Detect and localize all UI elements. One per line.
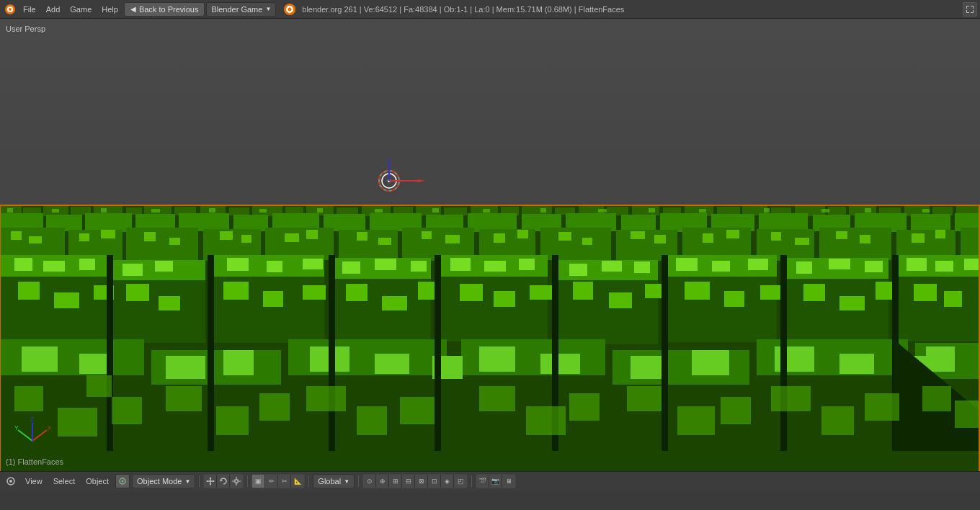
svg-rect-81 (699, 209, 706, 212)
axis-indicator: X Y Z (14, 416, 50, 453)
svg-rect-257 (955, 401, 980, 428)
svg-point-2 (9, 8, 12, 11)
pivot-dropdown[interactable]: Global ▼ (313, 474, 355, 488)
svg-rect-171 (935, 261, 953, 272)
svg-rect-161 (569, 264, 587, 276)
svg-rect-128 (935, 230, 945, 238)
rotate-icon[interactable] (217, 475, 230, 488)
3d-viewport[interactable]: User Persp X Y Z (0, 19, 980, 491)
status-bar-text: blender.org 261 | Ve:64512 | Fa:48384 | … (298, 5, 961, 14)
svg-rect-220 (479, 346, 515, 372)
svg-rect-126 (860, 235, 870, 243)
render-icon[interactable]: 🎬 (476, 475, 489, 488)
svg-rect-225 (839, 354, 874, 374)
terrain-ground (0, 206, 980, 491)
edge-icon[interactable]: ⊡ (428, 475, 441, 488)
svg-rect-84 (865, 208, 871, 212)
svg-rect-222 (631, 356, 663, 379)
svg-rect-83 (821, 209, 829, 212)
fullscreen-button[interactable] (963, 2, 977, 17)
knife-icon[interactable]: ✂ (278, 475, 291, 488)
svg-rect-164 (676, 258, 698, 271)
display-icon[interactable]: 🖥 (502, 475, 515, 488)
shrink-icon[interactable]: ⊠ (415, 475, 428, 488)
svg-rect-34 (632, 206, 659, 215)
mode-icon (115, 474, 130, 488)
separator (199, 475, 200, 487)
svg-rect-173 (18, 282, 40, 300)
object-menu[interactable]: Object (81, 475, 113, 487)
measure-icon[interactable]: 📐 (291, 475, 304, 488)
menu-help[interactable]: Help (97, 4, 122, 15)
brush-icon[interactable]: ✏ (265, 475, 278, 488)
svg-text:Z: Z (30, 416, 35, 423)
svg-rect-174 (54, 292, 79, 308)
object-mode-dropdown[interactable]: Object Mode ▼ (132, 474, 195, 488)
svg-rect-73 (259, 209, 267, 212)
svg-rect-193 (803, 284, 825, 301)
select-menu[interactable]: Select (49, 475, 80, 487)
svg-rect-101 (11, 231, 22, 240)
separator-3 (308, 475, 309, 487)
mirror-icon[interactable]: ⊟ (402, 475, 415, 488)
svg-rect-197 (944, 291, 962, 307)
view-menu[interactable]: View (21, 475, 47, 487)
svg-rect-150 (122, 264, 143, 276)
svg-rect-71 (151, 209, 160, 212)
svg-rect-151 (155, 261, 173, 272)
svg-rect-185 (494, 291, 515, 307)
svg-rect-49 (85, 213, 132, 232)
svg-rect-85 (922, 209, 930, 212)
chevron-down-icon: ▼ (344, 478, 349, 485)
svg-rect-153 (267, 261, 282, 272)
svg-rect-196 (914, 284, 937, 301)
svg-rect-249 (569, 393, 600, 421)
engine-dropdown[interactable]: Blender Game ▼ (206, 2, 276, 17)
svg-rect-166 (748, 259, 768, 270)
svg-marker-280 (209, 484, 211, 486)
svg-rect-115 (494, 233, 505, 243)
translate-icon[interactable] (204, 475, 217, 488)
svg-rect-156 (375, 259, 396, 270)
menu-add[interactable]: Add (42, 4, 65, 15)
grid-icon[interactable]: ⊞ (389, 475, 402, 488)
svg-rect-213 (22, 346, 58, 372)
svg-rect-105 (144, 232, 156, 241)
svg-rect-239 (112, 397, 142, 424)
snap-icon[interactable]: ⊙ (363, 475, 376, 488)
svg-rect-108 (241, 235, 251, 243)
svg-point-278 (122, 480, 124, 483)
bottom-status-bar: View Select Object Object Mode ▼ (0, 471, 980, 491)
svg-rect-170 (906, 258, 927, 271)
svg-rect-243 (259, 393, 290, 421)
select-box-icon[interactable]: ▣ (252, 475, 265, 488)
svg-rect-162 (602, 261, 622, 272)
svg-rect-255 (865, 393, 899, 421)
svg-rect-155 (342, 261, 360, 274)
camera-icon[interactable]: 📷 (489, 475, 502, 488)
svg-rect-250 (627, 386, 662, 411)
scale-icon[interactable] (230, 475, 243, 488)
menu-file[interactable]: File (19, 4, 40, 15)
horizon-line (0, 205, 980, 206)
svg-rect-148 (43, 261, 65, 272)
view-options-icon[interactable] (3, 474, 19, 488)
svg-rect-74 (317, 208, 323, 212)
svg-point-5 (288, 7, 292, 11)
svg-rect-113 (422, 231, 432, 239)
svg-rect-121 (703, 233, 713, 243)
svg-rect-125 (836, 231, 847, 239)
svg-rect-124 (795, 238, 809, 245)
svg-rect-190 (685, 282, 710, 300)
svg-rect-256 (922, 386, 951, 411)
face-icon[interactable]: ◰ (454, 475, 467, 488)
svg-rect-157 (411, 261, 427, 272)
svg-rect-103 (79, 233, 89, 241)
vertex-icon[interactable]: ◈ (441, 475, 454, 488)
back-to-previous-button[interactable]: ◀ Back to Previous (124, 2, 205, 17)
menu-game[interactable]: Game (66, 4, 96, 15)
snap-icon-group: ⊙ ⊕ ⊞ ⊟ ⊠ ⊡ ◈ ◰ (362, 474, 468, 488)
svg-rect-52 (233, 215, 268, 231)
proportional-edit-icon[interactable]: ⊕ (376, 475, 389, 488)
svg-rect-78 (540, 208, 546, 212)
